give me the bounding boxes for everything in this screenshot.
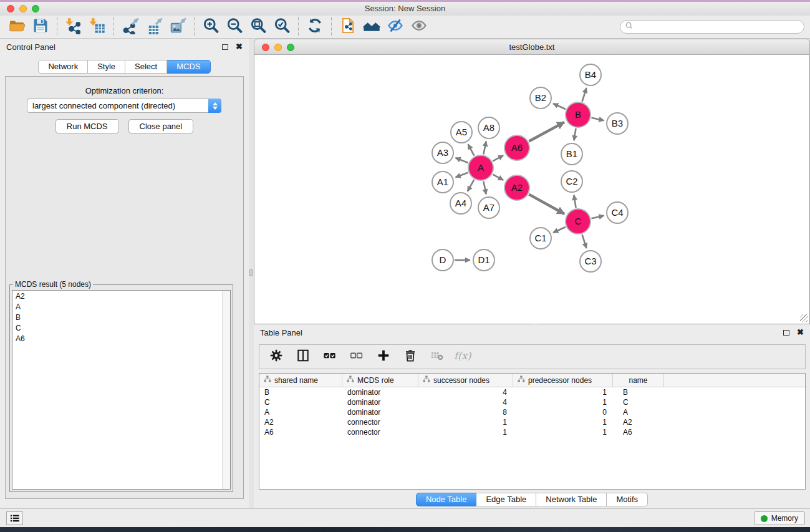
table-cell[interactable]: 1 — [513, 387, 613, 397]
graph-node-B[interactable]: B — [566, 102, 591, 127]
home-button[interactable] — [360, 17, 383, 37]
table-row[interactable]: A2connector11A2 — [259, 417, 805, 427]
graph-node-B1[interactable]: B1 — [561, 143, 582, 165]
optimization-criterion-dropdown[interactable]: largest connected component (directed) — [27, 99, 221, 113]
graph-node-A1[interactable]: A1 — [432, 172, 453, 193]
result-list-item[interactable]: B — [12, 312, 230, 322]
graph-edge-B-B1[interactable] — [574, 128, 576, 141]
table-cell[interactable]: dominator — [342, 397, 418, 407]
table-cell[interactable]: 8 — [418, 407, 513, 417]
table-cell[interactable]: connector — [342, 417, 418, 427]
result-list-item[interactable]: C — [12, 322, 230, 333]
result-list-item[interactable]: A6 — [12, 333, 230, 344]
zoom-in-button[interactable] — [199, 17, 223, 37]
import-network-button[interactable] — [62, 17, 85, 37]
graph-edge-B-B2[interactable] — [553, 104, 566, 109]
graph-edge-A-A3[interactable] — [455, 158, 468, 163]
graph-node-C[interactable]: C — [566, 209, 591, 234]
graph-edge-C-C2[interactable] — [574, 195, 576, 208]
table-cell[interactable]: B — [259, 387, 342, 397]
graph-edge-A-A5[interactable] — [468, 144, 475, 155]
table-cell[interactable]: 4 — [418, 387, 513, 397]
close-table-panel-icon[interactable]: ✖ — [797, 329, 804, 336]
graph-edge-A-A6[interactable] — [493, 155, 503, 161]
tab-mcds[interactable]: MCDS — [167, 60, 210, 74]
graph-edge-A-A1[interactable] — [456, 173, 468, 177]
close-window-button[interactable] — [7, 5, 14, 12]
table-row[interactable]: Bdominator41B — [259, 387, 805, 397]
table-cell[interactable]: A — [259, 407, 342, 417]
select-all-button[interactable] — [322, 349, 338, 365]
float-table-panel-icon[interactable] — [783, 330, 789, 336]
table-cell[interactable]: C — [259, 397, 342, 407]
table-cell[interactable]: dominator — [342, 407, 418, 417]
table-cell[interactable]: connector — [342, 427, 418, 437]
network-close-button[interactable] — [262, 44, 269, 51]
graph-node-D[interactable]: D — [432, 249, 453, 271]
table-cell[interactable]: 1 — [418, 427, 513, 437]
scrollbar[interactable] — [222, 291, 230, 489]
table-cell[interactable]: dominator — [342, 387, 418, 397]
delete-row-button[interactable] — [402, 349, 418, 365]
graph-node-D1[interactable]: D1 — [473, 249, 494, 271]
table-row[interactable]: A6connector11A6 — [259, 427, 805, 437]
table-cell[interactable]: A — [613, 407, 664, 417]
network-canvas[interactable]: B4B2BB3A8A5A6A3B1AC2A1A2A4A7C4CC1C3DD1 — [254, 55, 810, 324]
graph-edge-A-A8[interactable] — [483, 142, 486, 155]
run-mcds-button[interactable]: Run MCDS — [55, 119, 119, 133]
search-input[interactable] — [634, 22, 804, 31]
graph-node-A4[interactable]: A4 — [450, 193, 471, 214]
tab-select[interactable]: Select — [125, 60, 167, 74]
table-cell[interactable]: A2 — [259, 417, 342, 427]
graph-edge-B-B4[interactable] — [582, 88, 587, 102]
network-window-titlebar[interactable]: testGlobe.txt — [254, 39, 810, 55]
hide-selected-button[interactable] — [383, 17, 407, 37]
float-panel-icon[interactable] — [222, 44, 228, 50]
table-cell[interactable]: 0 — [513, 407, 613, 417]
graph-edge-A-A4[interactable] — [468, 180, 474, 191]
table-row[interactable]: Adominator80A — [259, 407, 805, 417]
add-row-button[interactable] — [375, 349, 392, 365]
memory-button[interactable]: Memory — [754, 511, 805, 525]
graph-edge-C-C1[interactable] — [553, 227, 566, 233]
zoom-out-button[interactable] — [223, 17, 246, 37]
save-session-button[interactable] — [29, 17, 52, 37]
zoom-fit-button[interactable] — [246, 17, 270, 37]
graph-node-B3[interactable]: B3 — [607, 113, 628, 134]
close-panel-icon[interactable]: ✖ — [236, 44, 243, 50]
graph-edge-A-A7[interactable] — [483, 181, 486, 195]
table-row[interactable]: Cdominator41C — [259, 397, 805, 407]
table-cell[interactable]: B — [613, 387, 664, 397]
column-header-name[interactable]: name — [613, 374, 664, 387]
column-header-MCDS-role[interactable]: MCDS role — [342, 374, 418, 387]
new-network-from-selection-button[interactable] — [336, 17, 360, 37]
graph-node-A7[interactable]: A7 — [478, 197, 499, 218]
show-all-button[interactable] — [407, 17, 431, 37]
graph-node-C4[interactable]: C4 — [607, 202, 628, 223]
export-image-button[interactable] — [166, 17, 190, 37]
graph-node-A2[interactable]: A2 — [504, 175, 529, 200]
tab-network[interactable]: Network — [38, 60, 88, 74]
deselect-all-button[interactable] — [349, 349, 365, 365]
graph-node-C2[interactable]: C2 — [561, 171, 582, 192]
columns-button[interactable] — [295, 349, 311, 365]
refresh-button[interactable] — [303, 17, 327, 37]
graph-node-A3[interactable]: A3 — [432, 142, 453, 163]
export-network-button[interactable] — [118, 17, 142, 37]
resize-grip-icon[interactable] — [800, 314, 808, 322]
import-table-button[interactable] — [85, 17, 109, 37]
task-history-button[interactable] — [6, 511, 23, 525]
search-field[interactable] — [620, 20, 804, 34]
tab-node-table[interactable]: Node Table — [416, 493, 477, 506]
graph-node-A5[interactable]: A5 — [451, 122, 472, 143]
graph-edge-A-A2[interactable] — [493, 175, 503, 180]
graph-edge-A2-C[interactable] — [529, 195, 564, 214]
graph-node-A6[interactable]: A6 — [504, 135, 529, 160]
close-panel-button[interactable]: Close panel — [128, 119, 194, 133]
network-zoom-button[interactable] — [287, 44, 294, 51]
graph-node-B4[interactable]: B4 — [580, 64, 601, 85]
graph-edge-B-B3[interactable] — [591, 118, 604, 120]
result-list-item[interactable]: A — [12, 301, 230, 312]
open-session-button[interactable] — [5, 17, 29, 37]
graph-node-A8[interactable]: A8 — [478, 117, 499, 138]
